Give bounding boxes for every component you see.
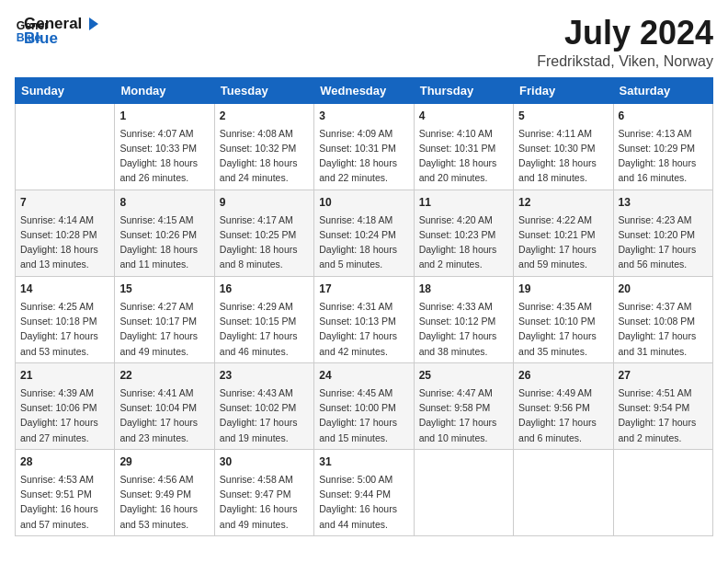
day-info: Sunrise: 4:39 AMSunset: 10:06 PMDaylight… [20, 385, 109, 445]
day-number: 26 [518, 367, 608, 384]
calendar-cell [514, 449, 613, 535]
day-info: Sunrise: 4:14 AMSunset: 10:28 PMDaylight… [20, 213, 109, 272]
calendar-cell: 11Sunrise: 4:20 AMSunset: 10:23 PMDaylig… [414, 190, 513, 276]
col-header-monday: Monday [115, 77, 214, 103]
calendar-cell: 24Sunrise: 4:45 AMSunset: 10:00 PMDaylig… [314, 362, 414, 449]
calendar-cell: 26Sunrise: 4:49 AMSunset: 9:56 PMDayligh… [514, 362, 613, 449]
day-info: Sunrise: 4:47 AMSunset: 9:58 PMDaylight:… [419, 385, 508, 445]
title-block: July 2024 Fredrikstad, Viken, Norway [537, 15, 713, 70]
day-info: Sunrise: 4:20 AMSunset: 10:23 PMDaylight… [419, 213, 508, 272]
calendar-cell: 7Sunrise: 4:14 AMSunset: 10:28 PMDayligh… [16, 190, 115, 276]
col-header-thursday: Thursday [414, 77, 513, 103]
svg-marker-3 [89, 17, 98, 30]
day-info: Sunrise: 4:31 AMSunset: 10:13 PMDaylight… [319, 299, 408, 359]
calendar-cell: 25Sunrise: 4:47 AMSunset: 9:58 PMDayligh… [414, 362, 513, 449]
day-info: Sunrise: 4:53 AMSunset: 9:51 PMDaylight:… [20, 472, 109, 532]
day-number: 25 [419, 367, 508, 384]
day-number: 6 [619, 108, 708, 124]
day-info: Sunrise: 4:17 AMSunset: 10:25 PMDaylight… [220, 213, 309, 272]
day-info: Sunrise: 4:07 AMSunset: 10:33 PMDaylight… [119, 126, 209, 186]
day-info: Sunrise: 4:25 AMSunset: 10:18 PMDaylight… [20, 299, 109, 359]
day-number: 20 [619, 281, 708, 297]
day-number: 11 [419, 194, 508, 211]
calendar-cell: 9Sunrise: 4:17 AMSunset: 10:25 PMDayligh… [214, 190, 313, 276]
day-info: Sunrise: 4:10 AMSunset: 10:31 PMDaylight… [419, 126, 508, 186]
day-info: Sunrise: 5:00 AMSunset: 9:44 PMDaylight:… [319, 472, 408, 532]
day-number: 9 [220, 194, 309, 211]
col-header-friday: Friday [514, 77, 613, 103]
calendar-cell: 12Sunrise: 4:22 AMSunset: 10:21 PMDaylig… [514, 190, 613, 276]
page-header: General Blue General Blue July 2024 Fred… [15, 15, 713, 70]
day-number: 13 [619, 194, 708, 211]
calendar-cell: 2Sunrise: 4:08 AMSunset: 10:32 PMDayligh… [214, 103, 313, 190]
day-number: 27 [619, 367, 708, 384]
calendar-cell: 20Sunrise: 4:37 AMSunset: 10:08 PMDaylig… [613, 276, 712, 362]
calendar-cell: 1Sunrise: 4:07 AMSunset: 10:33 PMDayligh… [115, 103, 214, 190]
day-info: Sunrise: 4:56 AMSunset: 9:49 PMDaylight:… [119, 472, 209, 532]
day-info: Sunrise: 4:13 AMSunset: 10:29 PMDaylight… [619, 126, 708, 186]
day-number: 15 [119, 281, 209, 297]
day-info: Sunrise: 4:51 AMSunset: 9:54 PMDaylight:… [619, 385, 708, 445]
day-info: Sunrise: 4:37 AMSunset: 10:08 PMDaylight… [619, 299, 708, 359]
location: Fredrikstad, Viken, Norway [537, 53, 713, 70]
calendar-cell: 14Sunrise: 4:25 AMSunset: 10:18 PMDaylig… [16, 276, 115, 362]
calendar-cell: 27Sunrise: 4:51 AMSunset: 9:54 PMDayligh… [613, 362, 712, 449]
day-info: Sunrise: 4:23 AMSunset: 10:20 PMDaylight… [619, 213, 708, 272]
col-header-wednesday: Wednesday [314, 77, 414, 103]
day-number: 14 [20, 281, 109, 297]
calendar-cell: 19Sunrise: 4:35 AMSunset: 10:10 PMDaylig… [514, 276, 613, 362]
day-number: 24 [319, 367, 408, 384]
calendar-cell: 28Sunrise: 4:53 AMSunset: 9:51 PMDayligh… [16, 449, 115, 535]
day-number: 31 [319, 454, 408, 470]
day-info: Sunrise: 4:41 AMSunset: 10:04 PMDaylight… [119, 385, 209, 445]
day-info: Sunrise: 4:49 AMSunset: 9:56 PMDaylight:… [518, 385, 608, 445]
day-number: 19 [518, 281, 608, 297]
logo: General Blue General Blue [15, 15, 100, 48]
day-number: 29 [119, 454, 209, 470]
calendar-cell: 22Sunrise: 4:41 AMSunset: 10:04 PMDaylig… [115, 362, 214, 449]
calendar-cell: 16Sunrise: 4:29 AMSunset: 10:15 PMDaylig… [214, 276, 313, 362]
calendar-cell: 31Sunrise: 5:00 AMSunset: 9:44 PMDayligh… [314, 449, 414, 535]
calendar-cell: 18Sunrise: 4:33 AMSunset: 10:12 PMDaylig… [414, 276, 513, 362]
day-info: Sunrise: 4:43 AMSunset: 10:02 PMDaylight… [220, 385, 309, 445]
calendar-cell: 10Sunrise: 4:18 AMSunset: 10:24 PMDaylig… [314, 190, 414, 276]
day-info: Sunrise: 4:29 AMSunset: 10:15 PMDaylight… [220, 299, 309, 359]
day-info: Sunrise: 4:08 AMSunset: 10:32 PMDaylight… [220, 126, 309, 186]
calendar-cell [414, 449, 513, 535]
day-number: 23 [220, 367, 309, 384]
calendar-cell [16, 103, 115, 190]
day-number: 7 [20, 194, 109, 211]
col-header-tuesday: Tuesday [214, 77, 313, 103]
calendar-cell: 13Sunrise: 4:23 AMSunset: 10:20 PMDaylig… [613, 190, 712, 276]
day-number: 17 [319, 281, 408, 297]
day-number: 8 [119, 194, 209, 211]
day-number: 2 [220, 108, 309, 124]
day-info: Sunrise: 4:35 AMSunset: 10:10 PMDaylight… [518, 299, 608, 359]
day-number: 21 [20, 367, 109, 384]
calendar-cell [613, 449, 712, 535]
calendar-cell: 17Sunrise: 4:31 AMSunset: 10:13 PMDaylig… [314, 276, 414, 362]
day-info: Sunrise: 4:27 AMSunset: 10:17 PMDaylight… [119, 299, 209, 359]
day-number: 3 [319, 108, 408, 124]
day-info: Sunrise: 4:11 AMSunset: 10:30 PMDaylight… [518, 126, 608, 186]
col-header-sunday: Sunday [16, 77, 115, 103]
week-row-4: 21Sunrise: 4:39 AMSunset: 10:06 PMDaylig… [16, 362, 713, 449]
calendar-cell: 30Sunrise: 4:58 AMSunset: 9:47 PMDayligh… [214, 449, 313, 535]
calendar-cell: 23Sunrise: 4:43 AMSunset: 10:02 PMDaylig… [214, 362, 313, 449]
week-row-1: 1Sunrise: 4:07 AMSunset: 10:33 PMDayligh… [16, 103, 713, 190]
col-header-saturday: Saturday [613, 77, 712, 103]
day-info: Sunrise: 4:15 AMSunset: 10:26 PMDaylight… [119, 213, 209, 272]
day-number: 30 [220, 454, 309, 470]
day-info: Sunrise: 4:33 AMSunset: 10:12 PMDaylight… [419, 299, 508, 359]
month-title: July 2024 [537, 15, 713, 52]
day-number: 28 [20, 454, 109, 470]
calendar-cell: 8Sunrise: 4:15 AMSunset: 10:26 PMDayligh… [115, 190, 214, 276]
day-number: 10 [319, 194, 408, 211]
calendar-table: SundayMondayTuesdayWednesdayThursdayFrid… [15, 77, 713, 536]
calendar-cell: 15Sunrise: 4:27 AMSunset: 10:17 PMDaylig… [115, 276, 214, 362]
calendar-cell: 3Sunrise: 4:09 AMSunset: 10:31 PMDayligh… [314, 103, 414, 190]
day-number: 5 [518, 108, 608, 124]
day-info: Sunrise: 4:58 AMSunset: 9:47 PMDaylight:… [220, 472, 309, 532]
logo-arrow-icon [84, 16, 100, 32]
day-number: 22 [119, 367, 209, 384]
